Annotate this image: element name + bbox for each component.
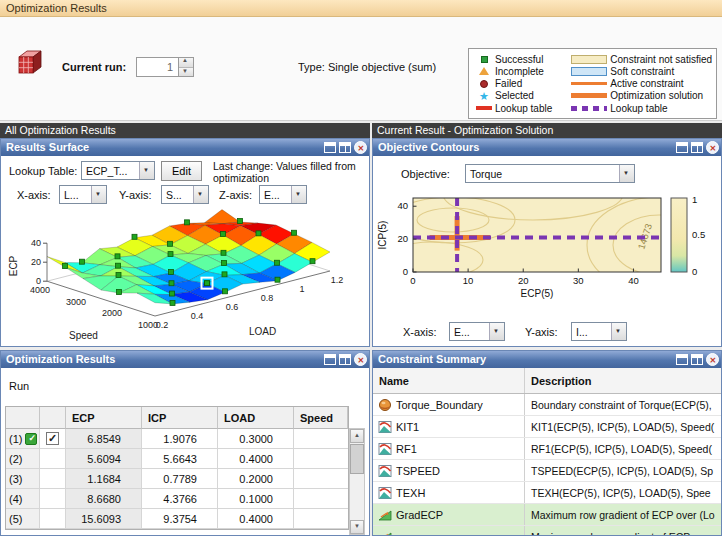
legend-box: Successful Incomplete Failed ★Selected L… <box>468 48 717 119</box>
cell-speed <box>294 509 348 529</box>
constraint-row[interactable]: TSPEED TSPEED(ECP(5), ICP(5), LOAD(5), S… <box>373 460 721 482</box>
result-row[interactable]: (3) 1.1684 0.7789 0.2000 <box>6 469 348 489</box>
close-view-icon[interactable] <box>354 141 367 154</box>
name-column-header: Name <box>373 368 525 393</box>
window-titlebar[interactable]: Optimization Results <box>0 0 722 17</box>
svg-text:40: 40 <box>31 238 41 248</box>
panel-title: Results Surface <box>6 141 89 153</box>
model-constraint-icon <box>378 442 392 456</box>
current-run-spinner[interactable]: 1 <box>136 57 194 77</box>
constraint-table-header: Name Description <box>373 368 721 394</box>
constraint-row[interactable]: RF1 RF1(ECP(5), ICP(5), LOAD(5), Speed( <box>373 438 721 460</box>
gradient-constraint-icon <box>378 508 392 522</box>
results-surface-titlebar: Results Surface <box>1 139 369 156</box>
chevron-down-icon[interactable] <box>291 186 306 203</box>
constraint-row[interactable]: TEXH TEXH(ECP(5), ICP(5), LOAD(5), Spee <box>373 482 721 504</box>
scroll-down-button[interactable] <box>350 520 364 534</box>
selected-marker-icon: ★ <box>473 91 495 101</box>
cell-ecp: 1.1684 <box>66 469 142 489</box>
svg-text:0: 0 <box>410 275 415 286</box>
constraint-row-partial[interactable]: Maximum column gradient of ECP over <box>373 526 721 535</box>
objective-dropdown[interactable]: Torque <box>465 164 635 183</box>
contour-y-axis-dropdown[interactable]: I... <box>571 322 627 341</box>
optimization-results-table: ECP ICP LOAD Speed (1) 6.8549 1.9076 0.3… <box>5 406 349 530</box>
cell-load: 0.1000 <box>218 489 294 509</box>
scroll-thumb[interactable] <box>350 444 364 474</box>
cell-speed <box>294 429 348 449</box>
edit-button[interactable]: Edit <box>161 161 202 181</box>
close-view-icon[interactable] <box>706 353 719 366</box>
legend-label: Optimization solution <box>610 90 703 101</box>
chevron-down-icon[interactable] <box>489 323 504 340</box>
z-axis-dropdown[interactable]: E... <box>259 185 307 204</box>
close-view-icon[interactable] <box>354 353 367 366</box>
svg-text:40: 40 <box>397 200 408 211</box>
svg-text:0: 0 <box>403 266 408 277</box>
chevron-down-icon[interactable] <box>139 162 154 179</box>
panel-title: Optimization Results <box>6 353 115 365</box>
scroll-up-button[interactable] <box>350 429 364 443</box>
svg-text:40: 40 <box>628 275 639 286</box>
objective-contours-panel: Objective Contours Objective: Torque 146… <box>372 138 722 347</box>
lookup-table-dropdown[interactable]: ECP_T... <box>81 161 155 180</box>
objective-contour-plot[interactable]: 1467301020304002040ECP(5)ICP(5)10.50 <box>373 190 721 320</box>
chevron-down-icon[interactable] <box>91 186 106 203</box>
constraint-row[interactable]: KIT1 KIT1(ECP(5), ICP(5), LOAD(5), Speed… <box>373 416 721 438</box>
column-header-speed: Speed <box>294 407 348 429</box>
maximize-view-icon[interactable] <box>676 354 688 365</box>
constraint-name: KIT1 <box>396 421 419 433</box>
constraint-name: TEXH <box>396 487 425 499</box>
x-axis-dropdown[interactable]: L... <box>59 185 107 204</box>
split-view-icon[interactable] <box>691 354 703 365</box>
svg-text:0.8: 0.8 <box>261 293 274 303</box>
constraint-row-selected[interactable]: GradECP Maximum row gradient of ECP over… <box>373 504 721 526</box>
chevron-down-icon[interactable] <box>611 323 626 340</box>
split-view-icon[interactable] <box>339 142 351 153</box>
chevron-down-icon[interactable] <box>193 186 208 203</box>
lookup-table-label: Lookup Table: <box>9 165 77 177</box>
svg-text:0.6: 0.6 <box>226 302 239 312</box>
last-change-text: Last change: Values filled from optimiza… <box>213 160 365 184</box>
svg-text:ECP(5): ECP(5) <box>521 288 554 299</box>
current-run-label: Current run: <box>62 61 126 73</box>
spinner-up-button[interactable] <box>179 58 193 68</box>
cell-ecp: 5.6094 <box>66 449 142 469</box>
x-axis-label: X-axis: <box>17 189 51 201</box>
constraint-row[interactable]: Torque_Boundary Boundary constraint of T… <box>373 394 721 416</box>
lookup-table-dashed-icon <box>568 106 610 111</box>
run-label: Run <box>9 380 29 392</box>
contour-x-axis-dropdown[interactable]: E... <box>449 322 505 341</box>
split-view-icon[interactable] <box>339 354 351 365</box>
cell-icp: 5.6643 <box>142 449 218 469</box>
accept-checkbox[interactable] <box>46 432 59 445</box>
constraint-summary-panel: Constraint Summary Name Description <box>372 350 722 536</box>
maximize-view-icon[interactable] <box>324 142 336 153</box>
maximize-view-icon[interactable] <box>676 142 688 153</box>
column-header-load: LOAD <box>218 407 294 429</box>
svg-text:10: 10 <box>463 275 474 286</box>
constraint-description: Boundary constraint of Torque(ECP(5), <box>525 394 721 415</box>
svg-text:1.2: 1.2 <box>331 275 344 285</box>
split-view-icon[interactable] <box>691 142 703 153</box>
result-row[interactable]: (5) 15.6093 9.3754 0.4000 <box>6 509 348 529</box>
constraint-description: TEXH(ECP(5), ICP(5), LOAD(5), Spee <box>525 482 721 503</box>
result-row[interactable]: (4) 8.6680 4.3766 0.1000 <box>6 489 348 509</box>
spinner-down-button[interactable] <box>179 68 193 77</box>
result-row[interactable]: (2) 5.6094 5.6643 0.4000 <box>6 449 348 469</box>
close-view-icon[interactable] <box>706 141 719 154</box>
objective-contours-titlebar: Objective Contours <box>373 139 721 156</box>
all-optimization-results-header: All Optimization Results <box>0 123 370 138</box>
maximize-view-icon[interactable] <box>324 354 336 365</box>
svg-text:4000: 4000 <box>30 285 50 295</box>
description-column-header: Description <box>525 368 721 393</box>
table-vertical-scrollbar[interactable] <box>349 428 365 535</box>
cell-load: 0.4000 <box>218 509 294 529</box>
y-axis-dropdown[interactable]: S... <box>161 185 209 204</box>
cell-speed <box>294 489 348 509</box>
results-surface-3d-plot[interactable]: 0204040003000200010000.20.40.60.811.2Spe… <box>3 208 363 346</box>
chevron-down-icon[interactable] <box>619 165 634 182</box>
svg-text:3000: 3000 <box>66 297 86 307</box>
result-row[interactable]: (1) 6.8549 1.9076 0.3000 <box>6 429 348 449</box>
cell-load: 0.3000 <box>218 429 294 449</box>
gradient-constraint-icon <box>378 530 392 536</box>
